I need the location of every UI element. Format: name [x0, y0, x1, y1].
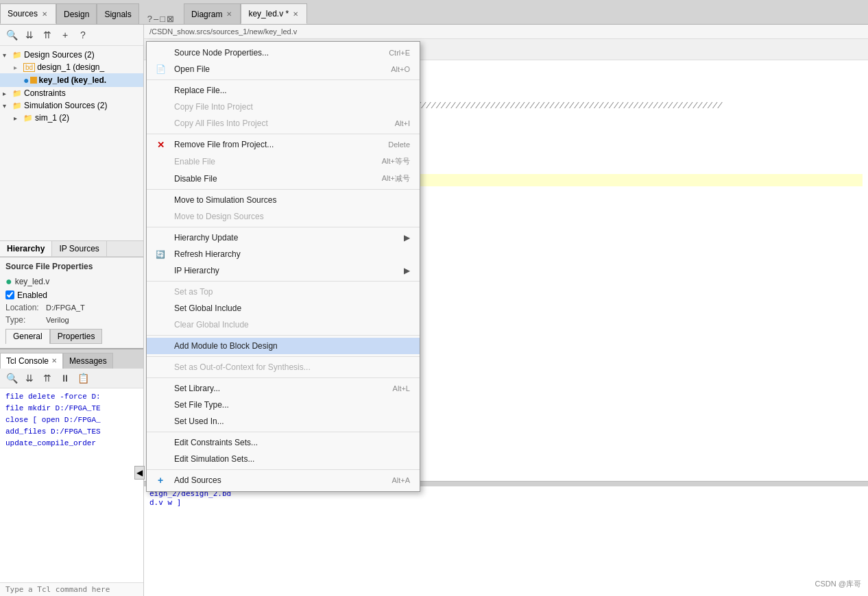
ctx-clear-global-include-label: Clear Global Include [174, 320, 396, 330]
ctx-sep1 [147, 79, 420, 80]
ctx-disable-file[interactable]: Disable File Alt+减号 [147, 170, 420, 187]
ctx-replace-file-label: Replace File... [174, 86, 396, 95]
sub-tab-properties[interactable]: Properties [50, 329, 103, 344]
ctx-add-sources-label: Add Sources [174, 475, 378, 485]
ctx-set-library-label: Set Library... [174, 384, 379, 393]
tree-item-sim1[interactable]: ▸ 📁 sim_1 (2) [0, 112, 143, 124]
ctx-edit-constraints-label: Edit Constraints Sets... [174, 438, 396, 447]
ctx-open-file[interactable]: 📄 Open File Alt+O [147, 61, 420, 77]
search-button[interactable]: 🔍 [4, 27, 19, 42]
ctx-set-global-include[interactable]: Set Global Include [147, 300, 420, 316]
tcl-console-tab[interactable]: Tcl Console ✕ [0, 353, 63, 369]
ctx-refresh-hierarchy[interactable]: 🔄 Refresh Hierarchy [147, 246, 420, 262]
tcl-collapse-btn[interactable]: ⇊ [22, 371, 37, 386]
ctx-edit-constraints[interactable]: Edit Constraints Sets... [147, 434, 420, 451]
tab-sources[interactable]: Sources ✕ [0, 3, 56, 24]
ctx-set-file-type[interactable]: Set File Type... [147, 397, 420, 413]
ctx-sep5 [147, 281, 420, 282]
ctx-copy-all-files: Copy All Files Into Project Alt+I [147, 115, 420, 132]
tcl-input-bar [0, 582, 143, 596]
tcl-input[interactable] [5, 585, 138, 594]
sub-tab-general[interactable]: General [5, 329, 50, 344]
prop-enabled-checkbox[interactable] [5, 290, 14, 299]
ctx-set-used-in[interactable]: Set Used In... [147, 413, 420, 430]
tab-sources-label: Sources [8, 9, 38, 18]
ctx-sep8 [147, 377, 420, 378]
question-icon[interactable]: ? [147, 14, 152, 24]
tcl-copy-btn[interactable]: 📋 [75, 371, 91, 386]
ctx-replace-file[interactable]: Replace File... [147, 82, 420, 99]
tcl-search-btn[interactable]: 🔍 [4, 371, 19, 386]
ctx-move-to-sim[interactable]: Move to Simulation Sources [147, 192, 420, 208]
minimize-icon[interactable]: – [154, 14, 158, 24]
folder-icon-constraints: 📁 [12, 89, 22, 98]
tab-signals[interactable]: Signals [97, 3, 138, 24]
ctx-copy-file: Copy File Into Project [147, 99, 420, 115]
tab-ip-sources[interactable]: IP Sources [52, 241, 106, 256]
watermark: CSDN @库哥 [815, 579, 861, 589]
tcl-console-close[interactable]: ✕ [51, 357, 57, 364]
tcl-out-line-2: d.v w ] [149, 498, 863, 507]
tab-sources-close[interactable]: ✕ [40, 10, 49, 18]
arrow-design-sources: ▾ [3, 51, 12, 59]
tree-item-design1[interactable]: ▸ bd design_1 (design_ [0, 61, 143, 73]
tab-diagram-label: Diagram [191, 10, 222, 19]
tree-item-key-led[interactable]: ● key_led (key_led. [0, 73, 143, 87]
ctx-source-node-label: Source Node Properties... [174, 48, 375, 58]
tcl-line-5: update_compile_order [5, 438, 138, 449]
restore-icon[interactable]: □ [160, 14, 165, 24]
collapse-left-btn[interactable]: ◀ [134, 466, 144, 480]
tcl-line-2: file mkdir D:/FPGA_TE [5, 403, 138, 414]
ctx-open-file-label: Open File [174, 64, 377, 74]
dot-icon-key-led: ● [23, 75, 29, 86]
help-button[interactable]: ? [75, 27, 91, 42]
messages-tab[interactable]: Messages [63, 353, 113, 369]
tab-key-led[interactable]: key_led.v * ✕ [241, 3, 307, 24]
ctx-set-library[interactable]: Set Library... Alt+L [147, 380, 420, 397]
ctx-source-node-props[interactable]: Source Node Properties... Ctrl+E [147, 45, 420, 61]
ctx-ip-hierarchy[interactable]: IP Hierarchy ▶ [147, 262, 420, 279]
ctx-sep4 [147, 227, 420, 227]
context-menu: Source Node Properties... Ctrl+E 📄 Open … [146, 41, 420, 492]
maximize-icon[interactable]: ⊠ [167, 14, 174, 24]
ctx-move-to-sim-label: Move to Simulation Sources [174, 195, 396, 205]
tab-diagram-close[interactable]: ✕ [225, 10, 233, 18]
tree-item-sim-sources[interactable]: ▾ 📁 Simulation Sources (2) [0, 99, 143, 112]
ctx-move-to-design-label: Move to Design Sources [174, 212, 396, 221]
label-key-led: key_led (key_led. [38, 75, 106, 85]
ctx-sep7 [147, 356, 420, 357]
ctx-edit-simulation[interactable]: Edit Simulation Sets... [147, 451, 420, 467]
prop-enabled-row: Enabled [5, 290, 138, 300]
ctx-add-sources[interactable]: + Add Sources Alt+A [147, 472, 420, 488]
tcl-tabs-left: Tcl Console ✕ Messages [0, 348, 143, 369]
collapse-all-button[interactable]: ⇊ [22, 27, 37, 42]
ctx-add-sources-icon: + [154, 475, 167, 486]
tree-item-design-sources[interactable]: ▾ 📁 Design Sources (2) [0, 49, 143, 61]
tcl-expand-btn[interactable]: ⇈ [40, 371, 55, 386]
label-constraints: Constraints [24, 88, 66, 98]
folder-icon-sim-sources: 📁 [12, 101, 22, 110]
tcl-pause-btn[interactable]: ⏸ [58, 371, 73, 386]
tab-key-led-close[interactable]: ✕ [291, 10, 300, 18]
prop-filename: key_led.v [15, 277, 50, 286]
ctx-remove-file[interactable]: ✕ Remove File from Project... Delete [147, 136, 420, 153]
ctx-out-of-context-label: Set as Out-of-Context for Synthesis... [174, 362, 396, 372]
expand-all-button[interactable]: ⇈ [40, 27, 55, 42]
tab-diagram[interactable]: Diagram ✕ [184, 3, 241, 24]
add-button[interactable]: + [58, 27, 73, 42]
tcl-line-1: file delete -force D: [5, 391, 138, 403]
ctx-hierarchy-update[interactable]: Hierarchy Update ▶ [147, 229, 420, 246]
ctx-add-module[interactable]: Add Module to Block Design [147, 338, 420, 354]
tab-hierarchy[interactable]: Hierarchy [0, 241, 52, 256]
ctx-ip-hierarchy-arrow: ▶ [404, 266, 410, 275]
tab-signals-label: Signals [104, 10, 131, 19]
arrow-sim1: ▸ [14, 114, 23, 122]
ctx-set-library-shortcut: Alt+L [393, 384, 410, 393]
ctx-source-node-shortcut: Ctrl+E [389, 49, 410, 57]
ctx-refresh-hierarchy-label: Refresh Hierarchy [174, 249, 396, 259]
tab-design[interactable]: Design [56, 3, 97, 24]
tree-item-constraints[interactable]: ▸ 📁 Constraints [0, 87, 143, 99]
ctx-sep10 [147, 469, 420, 470]
prop-enabled-label: Enabled [5, 290, 47, 300]
square-icon-key-led [30, 77, 37, 84]
